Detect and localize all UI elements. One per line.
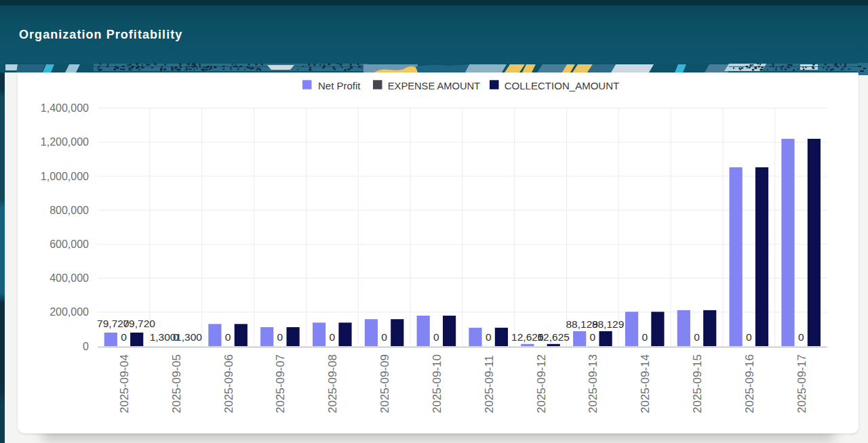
svg-text:1,300: 1,300	[150, 331, 176, 343]
svg-text:2025-09-08: 2025-09-08	[326, 354, 339, 413]
svg-text:79,720: 79,720	[123, 318, 155, 329]
svg-text:0: 0	[121, 331, 127, 343]
svg-text:0: 0	[83, 341, 89, 352]
svg-text:1,400,000: 1,400,000	[41, 102, 89, 114]
svg-text:12,625: 12,625	[537, 331, 569, 343]
svg-text:0: 0	[590, 331, 596, 343]
svg-text:0: 0	[433, 331, 439, 343]
svg-text:2025-09-04: 2025-09-04	[118, 354, 131, 413]
svg-text:800,000: 800,000	[50, 205, 89, 216]
svg-text:2025-09-09: 2025-09-09	[378, 354, 391, 413]
svg-text:Net Profit: Net Profit	[318, 80, 361, 91]
svg-text:0: 0	[225, 331, 231, 343]
svg-text:2025-09-10: 2025-09-10	[431, 354, 443, 413]
svg-text:2025-09-16: 2025-09-16	[743, 354, 756, 413]
svg-text:88,129: 88,129	[592, 318, 624, 330]
svg-text:0: 0	[798, 331, 804, 343]
svg-text:600,000: 600,000	[50, 238, 89, 250]
svg-text:0: 0	[381, 331, 387, 343]
svg-text:COLLECTION_AMOUNT: COLLECTION_AMOUNT	[505, 80, 620, 91]
svg-text:2025-09-15: 2025-09-15	[691, 354, 704, 413]
svg-text:EXPENSE AMOUNT: EXPENSE AMOUNT	[388, 80, 480, 91]
svg-text:2025-09-17: 2025-09-17	[795, 354, 808, 413]
svg-text:1,000,000: 1,000,000	[41, 171, 89, 182]
svg-text:0: 0	[329, 331, 335, 343]
svg-text:2025-09-06: 2025-09-06	[222, 354, 235, 413]
svg-text:2025-09-12: 2025-09-12	[535, 354, 548, 413]
svg-text:0: 0	[694, 331, 700, 343]
svg-text:0: 0	[642, 331, 648, 343]
svg-text:2025-09-13: 2025-09-13	[587, 354, 599, 413]
svg-text:200,000: 200,000	[50, 306, 89, 318]
svg-text:1,300: 1,300	[176, 331, 202, 343]
svg-text:2025-09-07: 2025-09-07	[274, 354, 287, 413]
svg-text:0: 0	[486, 331, 492, 343]
svg-text:1,200,000: 1,200,000	[41, 136, 89, 148]
svg-text:0: 0	[746, 331, 752, 343]
svg-text:2025-09-14: 2025-09-14	[639, 354, 652, 413]
svg-text:0: 0	[277, 331, 283, 343]
svg-text:2025-09-05: 2025-09-05	[170, 354, 183, 413]
svg-text:2025-09-11: 2025-09-11	[483, 355, 496, 413]
svg-text:400,000: 400,000	[50, 272, 89, 284]
